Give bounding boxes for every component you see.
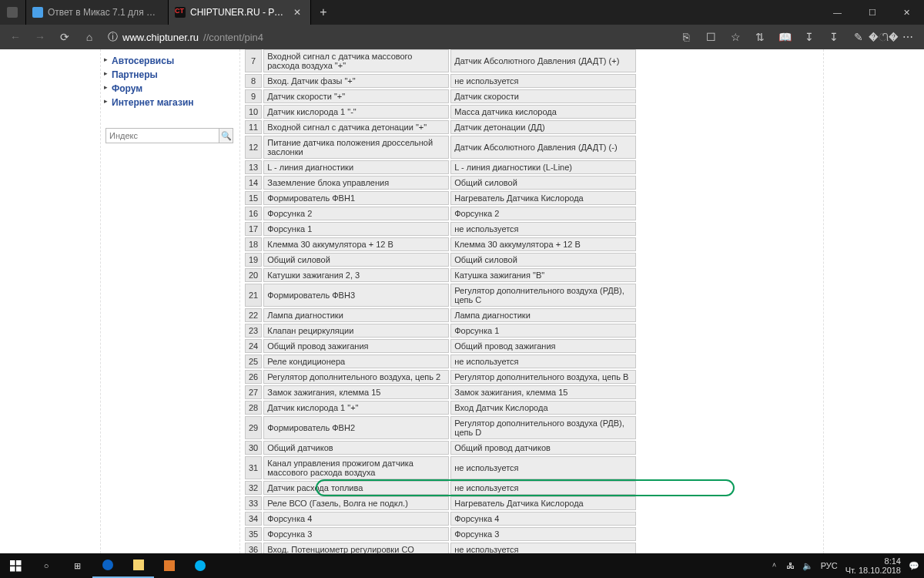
sidebar-item[interactable]: Партнеры <box>105 68 233 82</box>
pin-number: 30 <box>245 441 262 455</box>
search-button[interactable]: ○ <box>31 553 62 578</box>
table-row: 12Питание датчика положения дроссельной … <box>245 136 636 159</box>
sidebar-link[interactable]: Интернет магазин <box>112 97 194 108</box>
star-icon[interactable]: ☆ <box>724 26 747 48</box>
table-row: 32Датчик расхода топливане используется <box>245 481 636 495</box>
table-row: 7Входной сигнал с датчика массового расх… <box>245 49 636 72</box>
new-tab-button[interactable]: + <box>311 0 336 25</box>
pin-signal-a: Канал управления прожигом датчика массов… <box>263 456 449 479</box>
pin-signal-b: Общий силовой <box>450 253 636 267</box>
tray-chevron-icon[interactable]: ＾ <box>770 560 778 572</box>
download-icon[interactable]: ↧ <box>798 26 821 48</box>
pin-signal-b: Форсунка 1 <box>450 324 636 338</box>
pin-number: 16 <box>245 207 262 220</box>
table-row: 24Общий провод зажиганияОбщий провод заж… <box>245 339 636 353</box>
sidebar: АвтосервисыПартнерыФорумИнтернет магазин… <box>101 49 239 553</box>
reading-icon[interactable]: ⎘ <box>675 26 698 48</box>
pin-signal-a: Датчик кислорода 1 "-" <box>263 105 449 119</box>
pin-signal-b: не используется <box>450 481 636 495</box>
sidebar-item[interactable]: Автосервисы <box>105 54 233 68</box>
table-row: 21Формирователь ФВН3Регулятор дополнител… <box>245 284 636 307</box>
sidebar-search: 🔍 <box>105 128 233 143</box>
tab-1[interactable]: Ответ в Микас 7.1 для 406 <box>26 0 169 25</box>
skype-app[interactable] <box>185 553 216 578</box>
table-row: 27Замок зажигания, клемма 15Замок зажига… <box>245 385 636 399</box>
minimize-button[interactable]: — <box>820 0 855 25</box>
maximize-button[interactable]: ☐ <box>855 0 889 25</box>
pin-signal-b: Катушка зажигания "B" <box>450 268 636 282</box>
media-app[interactable] <box>154 553 185 578</box>
download2-icon[interactable]: ↧ <box>822 26 845 48</box>
main-column: 7Входной сигнал с датчика массового расх… <box>239 49 823 553</box>
edge-app[interactable] <box>92 553 123 578</box>
pin-signal-b: L - линия диагностики (L-Line) <box>450 160 636 174</box>
tray-volume-icon[interactable]: 🔈 <box>802 561 813 571</box>
site-icon <box>32 7 43 18</box>
pen-icon[interactable]: ✎ <box>847 26 870 48</box>
notes-icon[interactable]: ☐ <box>699 26 722 48</box>
pin-signal-a: Клемма 30 аккумулятора + 12 В <box>263 237 449 251</box>
close-button[interactable]: ✕ <box>889 0 924 25</box>
site-info-icon[interactable]: ⓘ <box>108 30 118 44</box>
notifications-icon[interactable]: 💬 <box>909 561 919 571</box>
tray-network-icon[interactable]: 🖧 <box>786 561 795 570</box>
pin-number: 24 <box>245 339 262 353</box>
table-row: 31Канал управления прожигом датчика масс… <box>245 456 636 479</box>
pin-number: 14 <box>245 176 262 190</box>
start-button[interactable] <box>0 553 31 578</box>
pin-signal-b: Форсунка 4 <box>450 512 636 526</box>
reload-button[interactable]: ⟳ <box>54 26 75 48</box>
table-row: 30Общий датчиковОбщий провод датчиков <box>245 441 636 455</box>
pin-signal-b: Регулятор дополнительного воздуха (РДВ),… <box>450 416 636 439</box>
home-button[interactable]: ⌂ <box>79 26 100 48</box>
library-icon[interactable]: 📖 <box>773 26 796 48</box>
svg-rect-2 <box>10 566 15 572</box>
pin-number: 19 <box>245 253 262 267</box>
pin-number: 20 <box>245 268 262 282</box>
page-viewport: АвтосервисыПартнерыФорумИнтернет магазин… <box>0 49 924 553</box>
taskbar: ○ ⊞ ＾ 🖧 🔈 РУС 8:14 Чт. 18.10.2018 💬 <box>0 553 924 578</box>
pin-number: 23 <box>245 324 262 338</box>
pin-number: 33 <box>245 496 262 510</box>
pin-signal-b: Форсунка 2 <box>450 207 636 220</box>
pinout-table: 7Входной сигнал с датчика массового расх… <box>243 49 638 553</box>
pin-number: 25 <box>245 355 262 368</box>
tab-2[interactable]: CT CHIPTUNER.RU - Распи ✕ <box>169 0 311 25</box>
sort-icon[interactable]: ⇅ <box>748 26 772 48</box>
table-row: 28Датчик кислорода 1 "+"Вход Датчик Кисл… <box>245 401 636 415</box>
pin-number: 28 <box>245 401 262 415</box>
sidebar-link[interactable]: Партнеры <box>112 69 158 80</box>
pin-number: 11 <box>245 120 262 134</box>
sidebar-link[interactable]: Автосервисы <box>112 55 174 66</box>
pin-signal-a: Регулятор дополнительного воздуха, цепь … <box>263 370 449 384</box>
pin-signal-b: Клемма 30 аккумулятора + 12 В <box>450 237 636 251</box>
pin-signal-a: Форсунка 2 <box>263 207 449 220</box>
sidebar-link[interactable]: Форум <box>112 83 142 94</box>
tab-0[interactable] <box>0 0 26 25</box>
pin-number: 9 <box>245 89 262 103</box>
search-input[interactable] <box>105 128 219 143</box>
sidebar-item[interactable]: Интернет магазин <box>105 96 233 109</box>
explorer-app[interactable] <box>123 553 154 578</box>
table-row: 10Датчик кислорода 1 "-"Масса датчика ки… <box>245 105 636 119</box>
back-button[interactable]: ← <box>5 26 26 48</box>
table-row: 34Форсунка 4Форсунка 4 <box>245 512 636 526</box>
url-box[interactable]: ⓘ www.chiptuner.ru//content/pin4 <box>103 28 671 46</box>
url-path-text: /content/pin4 <box>206 32 263 43</box>
close-icon[interactable]: ✕ <box>292 7 303 18</box>
pin-signal-a: Датчик кислорода 1 "+" <box>263 401 449 415</box>
pin-signal-a: Форсунка 1 <box>263 222 449 236</box>
pin-number: 36 <box>245 543 262 553</box>
more-icon[interactable]: ⋯ <box>896 26 919 48</box>
pin-number: 13 <box>245 160 262 174</box>
taskview-button[interactable]: ⊞ <box>62 553 92 578</box>
forward-button[interactable]: → <box>29 26 51 48</box>
table-row: 9Датчик скорости "+"Датчик скорости <box>245 89 636 103</box>
clock[interactable]: 8:14 Чт. 18.10.2018 <box>845 556 901 575</box>
tray-lang[interactable]: РУС <box>821 561 838 570</box>
share-icon[interactable]: �ி� <box>872 26 895 48</box>
pin-signal-b: Общий силовой <box>450 176 636 190</box>
clock-date: Чт. 18.10.2018 <box>845 566 901 575</box>
search-button[interactable]: 🔍 <box>219 128 233 143</box>
sidebar-item[interactable]: Форум <box>105 82 233 96</box>
